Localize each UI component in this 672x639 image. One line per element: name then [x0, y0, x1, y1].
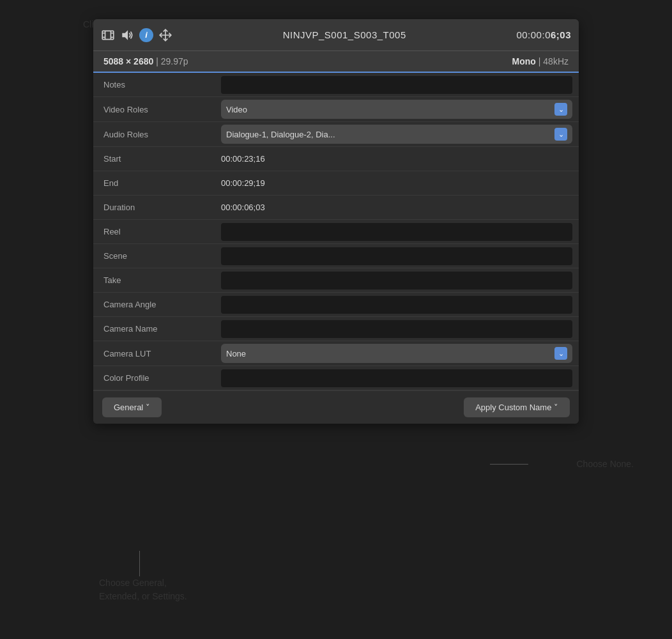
- table-row: Scene: [93, 244, 579, 268]
- chevron-down-icon: ⌄: [554, 347, 567, 360]
- table-row: Audio RolesDialogue-1, Dialogue-2, Dia..…: [93, 122, 579, 147]
- field-label-duration: Duration: [93, 197, 215, 217]
- field-input-reel[interactable]: [221, 223, 572, 241]
- table-row: End00:00:29;19: [93, 171, 579, 196]
- general-button[interactable]: General ˅: [102, 397, 162, 417]
- main-panel: i NINJVP_S001_S003_T005 00:00:06;03: [93, 19, 579, 424]
- annotation-right: Choose None.: [576, 459, 634, 469]
- info-icon[interactable]: i: [139, 28, 153, 42]
- field-value-end: 00:00:29;19: [215, 173, 579, 193]
- header-title: NINJVP_S001_S003_T005: [178, 29, 511, 40]
- annotation-line-bottom: [139, 551, 140, 576]
- header-icons: i: [101, 28, 172, 42]
- fields-area: NotesVideo RolesVideo⌄Audio RolesDialogu…: [93, 73, 579, 390]
- footer-bar: General ˅ Apply Custom Name ˅: [93, 390, 579, 424]
- table-row: Reel: [93, 220, 579, 244]
- annotation-bottom: Choose General, Extended, or Settings.: [99, 576, 187, 603]
- field-label-color-profile: Color Profile: [93, 368, 215, 388]
- table-row: Camera Name: [93, 317, 579, 341]
- svg-rect-0: [102, 31, 114, 39]
- field-input-camera-angle[interactable]: [221, 296, 572, 314]
- chevron-down-icon: ⌄: [554, 128, 567, 141]
- field-label-camera-angle: Camera Angle: [93, 295, 215, 314]
- table-row: Duration00:00:06;03: [93, 196, 579, 220]
- svg-marker-7: [122, 30, 128, 40]
- table-row: Camera Angle: [93, 293, 579, 317]
- film-icon[interactable]: [101, 28, 115, 42]
- field-label-end: End: [93, 173, 215, 193]
- header-bar: i NINJVP_S001_S003_T005 00:00:06;03: [93, 19, 579, 51]
- info-bar: 5088 × 2680 | 29.97p Mono | 48kHz: [93, 51, 579, 73]
- chevron-down-icon: ⌄: [554, 103, 567, 116]
- table-row: Start00:00:23;16: [93, 147, 579, 171]
- table-row: Color Profile: [93, 366, 579, 390]
- field-label-start: Start: [93, 149, 215, 169]
- field-label-reel: Reel: [93, 222, 215, 242]
- info-bar-audio: Mono | 48kHz: [512, 56, 569, 66]
- field-value-duration: 00:00:06;03: [215, 197, 579, 217]
- field-label-camera-lut: Camera LUT: [93, 344, 215, 364]
- field-input-take[interactable]: [221, 272, 572, 289]
- header-timecode: 00:00:06;03: [516, 29, 571, 40]
- table-row: Notes: [93, 73, 579, 97]
- info-bar-resolution: 5088 × 2680 | 29.97p: [103, 56, 188, 66]
- field-label-video-roles: Video Roles: [93, 100, 215, 119]
- field-input-notes[interactable]: [221, 76, 572, 94]
- apply-custom-name-button[interactable]: Apply Custom Name ˅: [464, 397, 570, 417]
- table-row: Take: [93, 268, 579, 293]
- field-value-start: 00:00:23;16: [215, 149, 579, 169]
- field-label-notes: Notes: [93, 75, 215, 95]
- field-input-camera-name[interactable]: [221, 320, 572, 338]
- annotation-line-right: [490, 464, 528, 465]
- speaker-icon[interactable]: [120, 28, 134, 42]
- field-label-scene: Scene: [93, 246, 215, 266]
- move-icon[interactable]: [158, 28, 172, 42]
- field-select-camera-lut[interactable]: None⌄: [221, 344, 572, 363]
- field-label-take: Take: [93, 270, 215, 290]
- field-label-audio-roles: Audio Roles: [93, 125, 215, 144]
- field-select-video-roles[interactable]: Video⌄: [221, 100, 572, 119]
- table-row: Camera LUTNone⌄: [93, 341, 579, 366]
- field-label-camera-name: Camera Name: [93, 319, 215, 339]
- table-row: Video RolesVideo⌄: [93, 97, 579, 122]
- field-select-audio-roles[interactable]: Dialogue-1, Dialogue-2, Dia...⌄: [221, 125, 572, 144]
- field-input-color-profile[interactable]: [221, 369, 572, 387]
- field-input-scene[interactable]: [221, 247, 572, 265]
